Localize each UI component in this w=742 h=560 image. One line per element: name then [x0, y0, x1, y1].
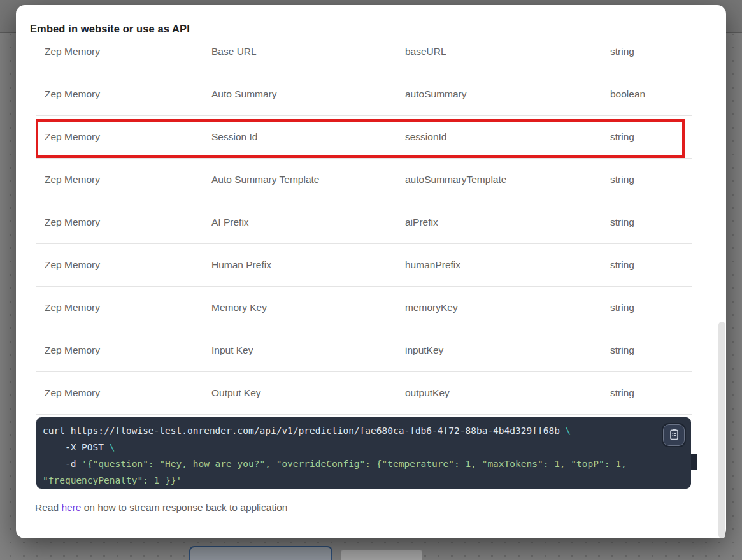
table-row: Zep MemoryHuman PrefixhumanPrefixstring: [36, 244, 692, 287]
table-cell-label: Memory Key: [211, 302, 405, 313]
table-cell-type: string: [610, 345, 692, 356]
table-cell-label: Output Key: [211, 387, 405, 399]
table-cell-label: AI Prefix: [211, 217, 405, 228]
table-cell-name: memoryKey: [405, 302, 610, 313]
stream-response-note: Read here on how to stream response back…: [35, 502, 287, 513]
table-cell-node: Zep Memory: [45, 217, 211, 228]
code-line: "frequencyPenalty": 1 }}': [43, 472, 685, 489]
table-cell-name: inputKey: [405, 345, 610, 356]
table-cell-type: string: [610, 302, 692, 313]
dialog-title: Embed in website or use as API: [30, 23, 190, 35]
copy-code-button[interactable]: [663, 424, 685, 446]
table-row: Zep MemoryAuto SummaryautoSummaryboolean: [36, 73, 692, 116]
table-cell-node: Zep Memory: [45, 131, 211, 143]
table-row: Zep MemoryAuto Summary TemplateautoSumma…: [36, 159, 692, 201]
table-cell-label: Base URL: [211, 46, 405, 57]
table-cell-node: Zep Memory: [45, 89, 211, 100]
table-cell-node: Zep Memory: [45, 174, 211, 185]
table-cell-type: string: [610, 46, 692, 57]
curl-code: curl https://flowise-test.onrender.com/a…: [43, 422, 685, 489]
table-cell-label: Auto Summary Template: [211, 174, 405, 185]
read-suffix: on how to stream response back to applic…: [81, 502, 287, 513]
table-cell-label: Human Prefix: [211, 259, 405, 271]
table-cell-name: autoSummary: [405, 89, 610, 100]
table-cell-name: autoSummaryTemplate: [405, 174, 610, 185]
table-cell-node: Zep Memory: [45, 387, 211, 399]
code-line: curl https://flowise-test.onrender.com/a…: [43, 422, 685, 439]
table-cell-label: Auto Summary: [211, 89, 405, 100]
table-row: Zep MemoryOutput KeyoutputKeystring: [36, 372, 692, 415]
table-cell-name: humanPrefix: [405, 259, 610, 271]
table-cell-type: string: [610, 174, 692, 185]
code-line: -d '{"question": "Hey, how are you?", "o…: [43, 456, 685, 472]
table-row: Zep MemoryMemory KeymemoryKeystring: [36, 287, 692, 329]
read-prefix: Read: [35, 502, 61, 513]
table-cell-type: string: [610, 259, 692, 271]
table-row: Zep MemoryAI PrefixaiPrefixstring: [36, 201, 692, 244]
table-row: Zep MemoryInput KeyinputKeystring: [36, 329, 692, 372]
table-cell-node: Zep Memory: [45, 46, 211, 57]
background-node-gray: [341, 550, 422, 560]
code-overflow-notch: [691, 454, 697, 470]
embed-api-dialog: Embed in website or use as API Zep Memor…: [16, 5, 726, 538]
table-cell-label: Input Key: [211, 345, 405, 356]
parameters-table-body: Zep MemoryBase URLbaseURLstringZep Memor…: [36, 46, 692, 415]
stream-docs-link[interactable]: here: [61, 502, 81, 513]
background-node-blue: [189, 546, 332, 560]
table-cell-node: Zep Memory: [45, 302, 211, 313]
table-cell-name: baseURL: [405, 46, 610, 57]
table-cell-type: string: [610, 217, 692, 228]
table-cell-type: string: [610, 131, 692, 143]
modal-scrollbar-thumb[interactable]: [718, 322, 725, 538]
table-cell-label: Session Id: [211, 131, 405, 143]
table-cell-type: boolean: [610, 89, 692, 100]
table-cell-node: Zep Memory: [45, 345, 211, 356]
table-cell-type: string: [610, 387, 692, 399]
table-cell-name: aiPrefix: [405, 217, 610, 228]
table-row: Zep MemorySession IdsessionIdstring: [36, 116, 692, 159]
table-cell-node: Zep Memory: [45, 259, 211, 271]
curl-code-block: curl https://flowise-test.onrender.com/a…: [36, 417, 691, 489]
table-cell-name: outputKey: [405, 387, 610, 399]
parameters-table: Zep MemoryBase URLbaseURLstringZep Memor…: [36, 46, 692, 420]
clipboard-icon: [668, 428, 680, 443]
code-line: -X POST \: [43, 439, 685, 456]
table-cell-name: sessionId: [405, 131, 610, 143]
table-row: Zep MemoryBase URLbaseURLstring: [36, 46, 692, 73]
